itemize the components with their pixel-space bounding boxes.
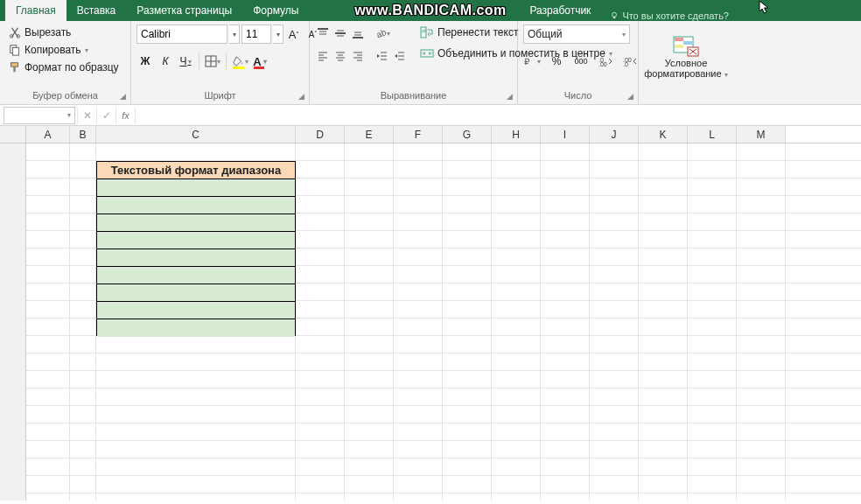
range-body-cell[interactable] <box>97 267 295 284</box>
separator <box>226 53 227 69</box>
tab-page-layout[interactable]: Разметка страницы <box>126 0 242 21</box>
select-all-corner[interactable] <box>0 126 26 143</box>
percent-button[interactable]: % <box>548 52 565 70</box>
tab-label: Разметка страницы <box>136 4 232 17</box>
fill-color-button[interactable]: ▾ <box>231 52 248 70</box>
grow-font-button[interactable]: A˄ <box>285 25 303 43</box>
font-color-button[interactable]: A▾ <box>251 52 269 70</box>
column-header[interactable]: M <box>737 126 786 143</box>
ribbon: Вырезать Копировать ▾ Формат по образцу … <box>0 21 861 105</box>
group-alignment: ab▾ ab Перенести текст Об <box>310 21 518 104</box>
insert-function-button[interactable]: fx <box>116 107 135 124</box>
cancel-formula-button[interactable]: ✕ <box>77 107 96 124</box>
tab-insert[interactable]: Вставка <box>66 0 127 21</box>
column-header[interactable]: B <box>70 126 96 143</box>
grid-area[interactable]: Текстовый формат диапазона <box>0 144 861 500</box>
column-headers: ABCDEFGHIJKLM <box>0 126 861 144</box>
range-body-cell[interactable] <box>97 319 295 337</box>
decrease-indent-button[interactable] <box>374 47 390 65</box>
font-name-input[interactable] <box>136 24 228 44</box>
align-bottom-button[interactable] <box>350 24 366 42</box>
column-header[interactable]: J <box>590 126 639 143</box>
column-header[interactable]: E <box>345 126 394 143</box>
range-body-cell[interactable] <box>97 284 295 302</box>
svg-rect-1 <box>613 17 616 18</box>
comma-style-button[interactable]: 000 <box>572 52 590 70</box>
increase-indent-button[interactable] <box>392 47 408 65</box>
column-header[interactable]: H <box>492 126 541 143</box>
range-body-cell[interactable] <box>97 249 295 267</box>
dialog-launcher-icon[interactable]: ◢ <box>297 92 305 101</box>
conditional-formatting-icon <box>672 33 700 58</box>
tell-me-placeholder: Что вы хотите сделать? <box>622 10 729 21</box>
name-box[interactable]: ▾ <box>4 107 75 124</box>
tab-label: Формулы <box>253 4 298 17</box>
merge-icon <box>420 47 434 60</box>
range-body-cell[interactable] <box>97 197 295 214</box>
dialog-launcher-icon[interactable]: ◢ <box>626 92 634 101</box>
formula-bar: ▾ ✕ ✓ fx <box>0 105 861 126</box>
align-left-button[interactable] <box>315 47 331 65</box>
number-format-value: Общий <box>528 28 563 40</box>
font-size-input[interactable] <box>242 24 271 44</box>
cond-format-label2: форматирование <box>644 68 721 79</box>
borders-button[interactable]: ▾ <box>204 52 221 70</box>
cut-label: Вырезать <box>24 26 71 38</box>
chevron-down-icon[interactable]: ▾ <box>67 111 71 119</box>
group-clipboard: Вырезать Копировать ▾ Формат по образцу … <box>0 21 131 104</box>
enter-formula-button[interactable]: ✓ <box>96 107 116 124</box>
decrease-decimal-button[interactable]: .00.0 <box>621 52 639 70</box>
number-format-select[interactable]: Общий ▾ <box>523 24 630 44</box>
dialog-launcher-icon[interactable]: ◢ <box>505 92 514 101</box>
increase-decimal-button[interactable]: .0.00 <box>597 52 614 70</box>
orientation-button[interactable]: ab▾ <box>374 24 390 42</box>
column-header[interactable]: C <box>96 126 296 143</box>
range-body-cell[interactable] <box>97 302 295 319</box>
svg-rect-50 <box>675 45 683 48</box>
bold-button[interactable]: Ж <box>136 52 154 70</box>
column-header[interactable]: L <box>688 126 737 143</box>
column-header[interactable]: G <box>443 126 492 143</box>
copy-button[interactable]: Копировать ▾ <box>5 42 122 58</box>
group-label-alignment: Выравнивание ◢ <box>315 88 512 102</box>
tab-developer[interactable]: Разработчик <box>519 0 601 21</box>
column-header[interactable]: K <box>639 126 688 143</box>
group-label-font: Шрифт ◢ <box>136 88 304 102</box>
svg-text:ab: ab <box>375 27 387 39</box>
cut-button[interactable]: Вырезать <box>5 24 122 40</box>
group-label-clipboard: Буфер обмена ◢ <box>5 88 125 102</box>
range-body-cell[interactable] <box>97 179 295 197</box>
align-right-button[interactable] <box>350 47 366 65</box>
column-header[interactable]: D <box>296 126 345 143</box>
range-body-cell[interactable] <box>97 232 295 249</box>
font-name-dropdown[interactable]: ▾ <box>229 24 240 44</box>
accounting-format-button[interactable]: ₽▾ <box>523 52 541 70</box>
svg-point-0 <box>612 12 617 17</box>
svg-rect-48 <box>675 38 683 41</box>
align-middle-button[interactable] <box>332 24 348 42</box>
group-font: ▾ ▾ A˄ A˅ Ж К Ч▾ ▾ ▾ A▾ Шрифт ◢ <box>131 21 310 104</box>
range-header-cell[interactable]: Текстовый формат диапазона <box>97 162 295 179</box>
column-header[interactable]: F <box>394 126 443 143</box>
worksheet: ABCDEFGHIJKLM Текстовый формат диапазона <box>0 126 861 500</box>
align-top-button[interactable] <box>315 24 331 42</box>
column-header[interactable]: A <box>26 126 70 143</box>
formatted-range[interactable]: Текстовый формат диапазона <box>96 161 296 336</box>
range-body-cell[interactable] <box>97 214 295 232</box>
italic-button[interactable]: К <box>157 52 174 70</box>
formula-input[interactable] <box>135 107 861 124</box>
dialog-launcher-icon[interactable]: ◢ <box>118 92 127 101</box>
lightbulb-icon <box>610 11 619 20</box>
format-painter-label: Формат по образцу <box>24 61 119 74</box>
tab-home[interactable]: Главная <box>5 0 66 21</box>
column-header[interactable]: I <box>541 126 590 143</box>
font-size-dropdown[interactable]: ▾ <box>273 24 284 44</box>
tell-me-search[interactable]: Что вы хотите сделать? <box>610 10 729 21</box>
tab-formulas[interactable]: Формулы <box>242 0 309 21</box>
underline-button[interactable]: Ч▾ <box>177 52 194 70</box>
cond-format-label1: Условное <box>665 58 708 68</box>
chevron-down-icon: ▾ <box>622 31 626 38</box>
conditional-formatting-button[interactable]: Условное форматирование ▾ <box>644 24 728 88</box>
format-painter-button[interactable]: Формат по образцу <box>5 60 122 75</box>
align-center-button[interactable] <box>332 47 348 65</box>
